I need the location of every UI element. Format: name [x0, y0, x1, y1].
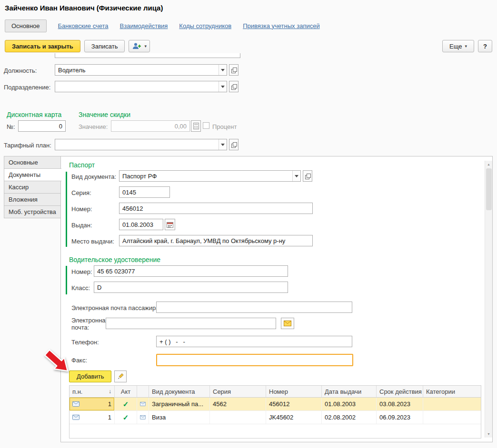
- cell-doc-icon[interactable]: [137, 398, 149, 410]
- side-tab-cashier[interactable]: Кассир: [4, 181, 61, 194]
- cell-categories[interactable]: [423, 398, 481, 410]
- tab-main[interactable]: Основное: [5, 19, 47, 32]
- side-tab-main[interactable]: Основные: [4, 156, 61, 169]
- discount-value-header: Значение скидки: [79, 111, 130, 118]
- passport-number-input[interactable]: [119, 203, 313, 214]
- department-input[interactable]: [55, 81, 219, 92]
- license-number-input[interactable]: [94, 265, 288, 277]
- more-button[interactable]: Еще ▾: [442, 40, 474, 52]
- cell-actual[interactable]: ✓: [115, 398, 137, 410]
- column-header-icon[interactable]: [137, 386, 149, 397]
- department-open-button[interactable]: [229, 81, 239, 92]
- document-kind-icon: [140, 415, 146, 420]
- tab-link-account-binding[interactable]: Привязка учетных записей: [243, 22, 320, 29]
- cell-pn[interactable]: 1: [70, 411, 115, 424]
- tariff-dropdown-button[interactable]: [219, 139, 227, 150]
- edit-document-button[interactable]: [114, 370, 127, 382]
- cell-expiry[interactable]: 06.09.2023: [377, 411, 423, 424]
- position-input[interactable]: [55, 65, 219, 75]
- cell-series[interactable]: [210, 411, 266, 424]
- cell-number[interactable]: 456012: [266, 398, 322, 410]
- doc-type-input[interactable]: [119, 171, 292, 181]
- passenger-email-label: Электронная почта пассажира:: [71, 304, 161, 312]
- calculator-icon: [193, 123, 199, 129]
- cell-pn-value: 1: [108, 414, 111, 421]
- position-open-button[interactable]: [229, 64, 239, 76]
- license-class-input[interactable]: [94, 282, 288, 293]
- save-and-close-button[interactable]: Записать и закрыть: [5, 40, 80, 52]
- position-label: Должность:: [4, 67, 37, 74]
- cell-doc-type[interactable]: Виза: [149, 411, 210, 424]
- calculator-button: [191, 120, 201, 132]
- position-dropdown-button[interactable]: [219, 65, 227, 75]
- tariff-open-button[interactable]: [229, 139, 239, 150]
- card-number-input[interactable]: [18, 120, 66, 132]
- check-icon: ✓: [123, 413, 129, 422]
- side-tab-attachments[interactable]: Вложения: [4, 193, 61, 206]
- scroll-down-button[interactable]: ▼: [485, 430, 492, 438]
- add-document-button[interactable]: Добавить: [69, 370, 111, 382]
- cell-doc-icon[interactable]: [137, 411, 149, 424]
- doc-type-label: Вид документа:: [71, 173, 116, 180]
- tariff-combo: [55, 139, 227, 150]
- open-icon: [305, 174, 310, 179]
- scroll-up-button[interactable]: ▲: [485, 161, 492, 168]
- calendar-icon: [167, 222, 173, 228]
- chevron-down-icon: ▾: [465, 44, 467, 49]
- column-header-expiry[interactable]: Срок действия: [377, 386, 423, 397]
- send-email-button[interactable]: [281, 318, 294, 329]
- cell-pn[interactable]: 1: [70, 398, 115, 410]
- tariff-input[interactable]: [55, 139, 219, 150]
- column-header-doc-type[interactable]: Вид документа: [149, 386, 210, 397]
- series-input[interactable]: [119, 186, 170, 198]
- check-icon: ✓: [123, 400, 129, 409]
- date-picker-button[interactable]: [165, 219, 175, 230]
- tab-link-interactions[interactable]: Взаимодействия: [120, 22, 168, 29]
- cell-number[interactable]: JK45602: [266, 411, 322, 424]
- cell-categories[interactable]: [423, 411, 481, 424]
- cell-issue-date[interactable]: 02.08.2002: [322, 411, 377, 424]
- panel-scrollbar[interactable]: ▲ ▼: [485, 161, 492, 438]
- doc-type-combo: [119, 170, 301, 182]
- side-tab-documents[interactable]: Документы: [4, 168, 61, 181]
- column-header-issue-date[interactable]: Дата выдачи: [322, 386, 377, 397]
- create-user-split-button[interactable]: ▾: [129, 40, 150, 52]
- issued-date-input[interactable]: [119, 219, 163, 230]
- passenger-email-input[interactable]: [156, 302, 352, 313]
- table-row[interactable]: 1 ✓ Виза JK45602 02.08.2002 06.09.2023: [70, 411, 481, 424]
- cell-actual[interactable]: ✓: [115, 411, 137, 424]
- scroll-thumb[interactable]: [486, 168, 492, 210]
- column-header-pn[interactable]: п.н. ↓: [70, 386, 115, 397]
- issue-place-input[interactable]: [119, 235, 313, 246]
- table-row[interactable]: 1 ✓ Заграничный па... 4562 456012 01.08.…: [70, 398, 481, 411]
- phone-input[interactable]: [156, 336, 352, 347]
- license-class-label: Класс:: [71, 284, 90, 292]
- clipped-field-input: [55, 53, 240, 58]
- chevron-down-icon: [221, 69, 225, 71]
- doc-type-dropdown-button[interactable]: [292, 171, 300, 181]
- column-header-categories[interactable]: Категории: [423, 386, 481, 397]
- side-tab-mobile-devices[interactable]: Моб. устройства: [4, 205, 61, 218]
- cell-series[interactable]: 4562: [210, 398, 266, 410]
- percent-checkbox: [203, 122, 209, 129]
- email-input[interactable]: [106, 318, 276, 329]
- clipped-field[interactable]: [55, 53, 240, 58]
- pencil-icon: [118, 373, 124, 380]
- fax-input[interactable]: [156, 354, 353, 366]
- phone-label: Телефон:: [71, 339, 99, 346]
- column-header-actual[interactable]: Акт: [115, 386, 137, 397]
- help-button[interactable]: ?: [478, 40, 492, 52]
- doc-type-open-button[interactable]: [303, 170, 312, 182]
- column-header-number[interactable]: Номер: [266, 386, 322, 397]
- tab-link-bank-accounts[interactable]: Банковские счета: [58, 22, 109, 29]
- cell-expiry[interactable]: 03.08.2023: [377, 398, 423, 410]
- save-button[interactable]: Записать: [84, 40, 125, 52]
- cell-doc-type[interactable]: Заграничный па...: [149, 398, 210, 410]
- percent-label: Процент: [212, 123, 237, 130]
- page-title: Зайченко Иван Иванович (Физические лица): [5, 4, 163, 12]
- department-dropdown-button[interactable]: [219, 81, 227, 92]
- cell-issue-date[interactable]: 01.08.2003: [322, 398, 377, 410]
- column-header-series[interactable]: Серия: [210, 386, 266, 397]
- tab-link-employee-codes[interactable]: Коды сотрудников: [179, 22, 231, 29]
- license-header: Водительское удостоверение: [69, 256, 160, 263]
